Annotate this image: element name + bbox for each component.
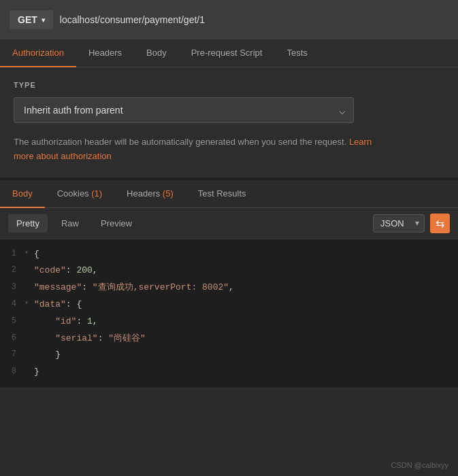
code-line-3: 3 "message": "查询成功,serverPort: 8002", bbox=[0, 279, 458, 296]
request-tabs: Authorization Headers Body Pre-request S… bbox=[0, 39, 458, 67]
url-input[interactable] bbox=[60, 14, 448, 25]
json-dropdown-wrapper: JSON XML HTML Text ▾ bbox=[373, 214, 425, 233]
line-number-2: 2 bbox=[0, 264, 24, 277]
line-content-4: "data": { bbox=[34, 298, 82, 312]
auth-section: TYPE Inherit auth from parent No Auth AP… bbox=[0, 67, 458, 180]
line-number-3: 3 bbox=[0, 281, 24, 294]
auth-description-text: The authorization header will be automat… bbox=[14, 137, 349, 147]
key-serial: "serial" bbox=[55, 333, 97, 343]
headers-label: Headers bbox=[127, 188, 160, 199]
key-message: "message" bbox=[34, 282, 82, 292]
url-bar: GET ▾ bbox=[0, 0, 458, 39]
line-number-5: 5 bbox=[0, 315, 24, 328]
line-number-6: 6 bbox=[0, 332, 24, 345]
tab-test-results[interactable]: Test Results bbox=[186, 180, 259, 208]
format-raw-button[interactable]: Raw bbox=[53, 214, 87, 233]
tab-authorization[interactable]: Authorization bbox=[0, 39, 76, 67]
code-line-5: 5 "id": 1, bbox=[0, 313, 458, 330]
method-label: GET bbox=[18, 14, 37, 25]
wrap-icon: ⇆ bbox=[436, 217, 444, 230]
tab-response-headers[interactable]: Headers (5) bbox=[114, 180, 186, 208]
line-content-2: "code": 200, bbox=[34, 264, 98, 278]
key-code: "code" bbox=[34, 265, 66, 275]
line-content-7: } bbox=[34, 348, 61, 362]
code-line-2: 2 "code": 200, bbox=[0, 262, 458, 279]
line-number-8: 8 bbox=[0, 365, 24, 378]
val-message: "查询成功,serverPort: 8002" bbox=[93, 282, 229, 292]
code-line-4: 4 ▾ "data": { bbox=[0, 296, 458, 313]
body-toolbar: Pretty Raw Preview JSON XML HTML Text ▾ … bbox=[0, 208, 458, 239]
fold-arrow-4[interactable]: ▾ bbox=[24, 298, 34, 309]
val-id: 1 bbox=[87, 316, 93, 326]
response-tabs: Body Cookies (1) Headers (5) Test Result… bbox=[0, 180, 458, 208]
line-content-8: } bbox=[34, 365, 39, 379]
tab-body[interactable]: Body bbox=[134, 39, 179, 67]
auth-select-wrapper: Inherit auth from parent No Auth API Key… bbox=[14, 97, 354, 123]
val-serial: "尚硅谷" bbox=[108, 333, 146, 343]
wrap-button[interactable]: ⇆ bbox=[430, 214, 450, 233]
format-preview-button[interactable]: Preview bbox=[93, 214, 140, 233]
tab-headers[interactable]: Headers bbox=[76, 39, 134, 67]
tab-tests[interactable]: Tests bbox=[274, 39, 319, 67]
auth-description: The authorization header will be automat… bbox=[14, 135, 381, 164]
format-pretty-button[interactable]: Pretty bbox=[8, 214, 48, 233]
line-number-4: 4 bbox=[0, 298, 24, 311]
code-line-7: 7 } bbox=[0, 347, 458, 364]
fold-arrow-1[interactable]: ▾ bbox=[24, 248, 34, 258]
line-content-1: { bbox=[34, 248, 39, 262]
line-number-7: 7 bbox=[0, 348, 24, 361]
val-code: 200 bbox=[76, 265, 92, 275]
json-select-wrapper: JSON XML HTML Text ▾ ⇆ bbox=[373, 214, 450, 233]
cookies-label: Cookies bbox=[57, 188, 89, 199]
tab-response-body[interactable]: Body bbox=[0, 180, 45, 208]
method-chevron-icon: ▾ bbox=[42, 16, 45, 24]
headers-badge: (5) bbox=[160, 188, 174, 199]
line-content-5: "id": 1, bbox=[34, 315, 98, 329]
code-area: 1 ▾ { 2 "code": 200, 3 "message": "查询成功,… bbox=[0, 239, 458, 388]
watermark: CSDN @caibixyy bbox=[391, 461, 448, 469]
line-number-1: 1 bbox=[0, 248, 24, 260]
code-line-8: 8 } bbox=[0, 364, 458, 381]
auth-type-select[interactable]: Inherit auth from parent No Auth API Key… bbox=[14, 97, 354, 123]
line-content-3: "message": "查询成功,serverPort: 8002", bbox=[34, 281, 234, 295]
key-id: "id" bbox=[55, 316, 76, 326]
json-format-select[interactable]: JSON XML HTML Text bbox=[373, 214, 425, 233]
code-line-1: 1 ▾ { bbox=[0, 246, 458, 263]
tab-pre-request[interactable]: Pre-request Script bbox=[179, 39, 275, 67]
line-content-6: "serial": "尚硅谷" bbox=[34, 332, 146, 346]
tab-response-cookies[interactable]: Cookies (1) bbox=[45, 180, 114, 208]
auth-type-label: TYPE bbox=[14, 81, 444, 89]
key-data: "data" bbox=[34, 299, 66, 309]
cookies-badge: (1) bbox=[89, 188, 103, 199]
code-line-6: 6 "serial": "尚硅谷" bbox=[0, 330, 458, 347]
method-button[interactable]: GET ▾ bbox=[10, 10, 53, 29]
